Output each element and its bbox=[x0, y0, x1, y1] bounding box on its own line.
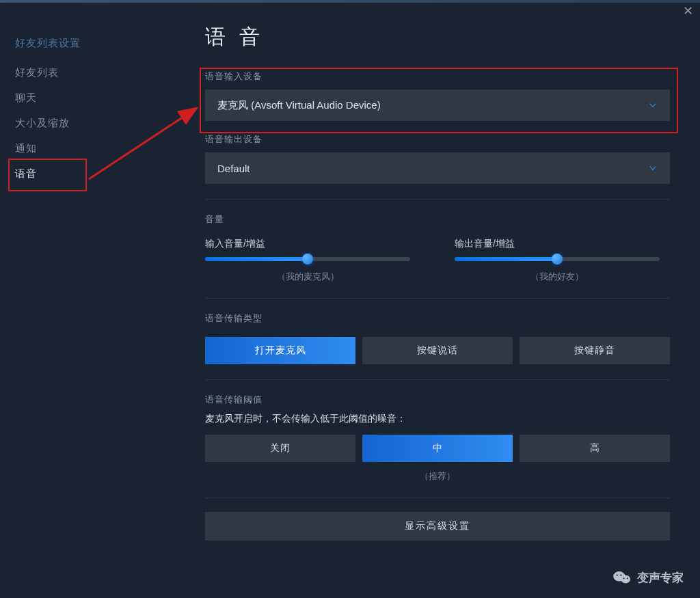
slider-handle[interactable] bbox=[302, 254, 313, 264]
sidebar-heading: 好友列表设置 bbox=[15, 37, 123, 50]
output-volume-control: 输出音量/增益 （我的好友） bbox=[455, 238, 670, 283]
input-volume-control: 输入音量/增益 （我的麦克风） bbox=[205, 238, 420, 283]
volume-section-label: 音量 bbox=[205, 213, 673, 226]
sidebar: 好友列表设置 好友列表 聊天 大小及缩放 通知 语音 bbox=[0, 3, 123, 598]
watermark-text: 变声专家 bbox=[637, 570, 684, 586]
watermark: 变声专家 bbox=[612, 569, 684, 586]
slider-handle[interactable] bbox=[552, 254, 563, 264]
transmit-type-label: 语音传输类型 bbox=[205, 312, 673, 325]
transmit-push-to-mute-button[interactable]: 按键静音 bbox=[520, 337, 670, 364]
input-device-label: 语音输入设备 bbox=[205, 70, 673, 83]
slider-fill bbox=[455, 257, 557, 261]
threshold-off-button[interactable]: 关闭 bbox=[205, 435, 355, 462]
threshold-label: 语音传输阈值 bbox=[205, 394, 673, 406]
slider-fill bbox=[205, 257, 308, 261]
chevron-down-icon bbox=[648, 100, 658, 110]
svg-point-3 bbox=[621, 575, 630, 584]
transmit-push-to-talk-button[interactable]: 按键说话 bbox=[362, 337, 513, 364]
input-device-value: 麦克风 (Avsoft Virtual Audio Device) bbox=[217, 99, 381, 112]
threshold-desc: 麦克风开启时，不会传输入低于此阈值的噪音： bbox=[205, 413, 673, 425]
svg-point-4 bbox=[617, 574, 618, 575]
svg-point-5 bbox=[620, 574, 621, 575]
output-device-value: Default bbox=[217, 163, 250, 174]
show-advanced-button[interactable]: 显示高级设置 bbox=[205, 512, 670, 541]
sidebar-item-notifications[interactable]: 通知 bbox=[15, 142, 123, 155]
sidebar-item-chat[interactable]: 聊天 bbox=[15, 92, 123, 105]
output-volume-label: 输出音量/增益 bbox=[455, 238, 670, 250]
divider bbox=[205, 298, 670, 299]
sidebar-item-friends-list[interactable]: 好友列表 bbox=[15, 66, 123, 79]
page-title: 语 音 bbox=[205, 23, 673, 51]
sidebar-item-voice[interactable]: 语音 bbox=[15, 167, 123, 180]
svg-point-6 bbox=[623, 577, 625, 579]
input-volume-sub: （我的麦克风） bbox=[205, 271, 410, 283]
chevron-down-icon bbox=[648, 163, 658, 173]
divider bbox=[205, 199, 670, 200]
sidebar-item-size-zoom[interactable]: 大小及缩放 bbox=[15, 117, 123, 130]
input-volume-label: 输入音量/增益 bbox=[205, 238, 420, 250]
output-device-dropdown[interactable]: Default bbox=[205, 152, 670, 184]
output-volume-slider[interactable] bbox=[455, 257, 660, 261]
input-device-dropdown[interactable]: 麦克风 (Avsoft Virtual Audio Device) bbox=[205, 90, 670, 121]
threshold-recommended: （推荐） bbox=[205, 470, 670, 483]
transmit-open-mic-button[interactable]: 打开麦克风 bbox=[205, 337, 355, 364]
svg-point-7 bbox=[627, 577, 628, 579]
input-volume-slider[interactable] bbox=[205, 257, 410, 261]
threshold-high-button[interactable]: 高 bbox=[520, 435, 670, 462]
threshold-medium-button[interactable]: 中 bbox=[362, 435, 513, 462]
divider bbox=[205, 498, 670, 498]
wechat-icon bbox=[612, 569, 632, 586]
output-device-label: 语音输出设备 bbox=[205, 133, 673, 146]
main-panel: 语 音 语音输入设备 麦克风 (Avsoft Virtual Audio Dev… bbox=[123, 3, 700, 598]
output-volume-sub: （我的好友） bbox=[455, 271, 660, 283]
divider bbox=[205, 379, 670, 380]
